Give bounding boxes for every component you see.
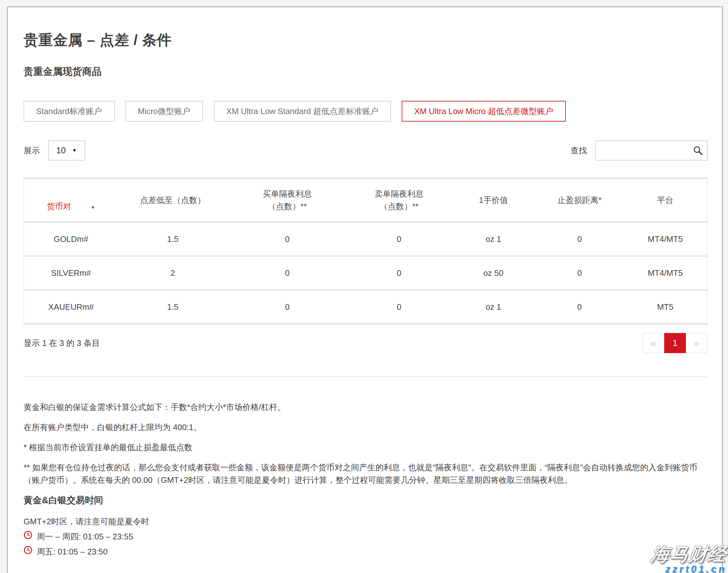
search-icon	[692, 145, 703, 157]
previous-page-button[interactable]: «	[642, 333, 664, 353]
column-header-stop-level[interactable]: 止盈损距离*	[536, 178, 623, 222]
table-row: XAUEURm# 1.5 0 0 oz 1 0 MT5	[24, 290, 708, 324]
column-header-spread[interactable]: 点差低至（点数）	[118, 178, 228, 222]
cell-swap-short: 0	[347, 290, 451, 324]
trading-hours-row: 周五: 01:05 – 23:50	[23, 545, 708, 558]
search-input[interactable]	[595, 141, 708, 161]
column-header-platform[interactable]: 平台	[623, 178, 708, 222]
cell-spread: 1.5	[118, 290, 228, 324]
account-type-tabs: Standard标准账户 Micro微型账户 XM Ultra Low Stan…	[23, 101, 708, 121]
cell-spread: 2	[118, 256, 228, 290]
page-title: 贵重金属 – 点差 / 条件	[23, 31, 708, 49]
cell-swap-long: 0	[228, 222, 347, 256]
cell-lot-value: oz 1	[451, 290, 536, 324]
watermark-brand: 海马财经	[650, 545, 728, 564]
column-header-lot-value[interactable]: 1手价值	[451, 178, 536, 222]
pagination-row: 显示 1 在 3 的 3 条目 « 1 »	[23, 333, 708, 353]
table-controls: 展示 10 ▼ 查找	[23, 141, 708, 161]
entries-summary: 显示 1 在 3 的 3 条目	[23, 338, 100, 349]
column-header-symbol[interactable]: 货币对 ▲	[24, 178, 118, 222]
watermark-url: zzrt01.cn	[651, 564, 727, 573]
swap-footnote: ** 如果您有仓位持仓过夜的话，那么您会支付或者获取一些金额，该金额便是两个货币…	[23, 461, 708, 486]
cell-swap-short: 0	[347, 222, 451, 256]
double-chevron-left-icon: «	[651, 337, 656, 349]
tab-ultra-low-micro-account[interactable]: XM Ultra Low Micro 超低点差微型账户	[402, 101, 566, 121]
tab-standard-account[interactable]: Standard标准账户	[23, 101, 115, 121]
trading-hours-row: 周一 – 周四: 01:05 – 23:55	[23, 530, 708, 543]
search-label: 查找	[571, 145, 587, 156]
table-header-row: 货币对 ▲ 点差低至（点数） 买单隔夜利息 （点数）** 卖单隔夜利息 （点数）…	[24, 178, 708, 222]
cell-lot-value: oz 1	[451, 222, 536, 256]
content-card: 贵重金属 – 点差 / 条件 贵重金属现货商品 Standard标准账户 Mic…	[7, 6, 723, 573]
leverage-note: 在所有账户类型中，白银的杠杆上限均为 400:1。	[23, 421, 708, 433]
tab-micro-account[interactable]: Micro微型账户	[126, 101, 203, 121]
page-size-select[interactable]: 10 ▼	[48, 141, 85, 161]
timezone-note: GMT+2时区，请注意可能是夏令时	[23, 515, 708, 528]
page-size-value: 10	[56, 146, 66, 156]
table-row: SILVERm# 2 0 0 oz 50 0 MT4/MT5	[24, 256, 708, 290]
trading-hours-text: 周一 – 周四: 01:05 – 23:55	[37, 530, 133, 543]
next-page-button[interactable]: »	[686, 333, 708, 353]
cell-lot-value: oz 50	[451, 256, 536, 290]
show-entries-label: 展示	[23, 145, 40, 156]
cell-symbol: GOLDm#	[24, 222, 118, 256]
cell-swap-long: 0	[228, 290, 347, 324]
cell-platform: MT4/MT5	[623, 222, 708, 256]
cell-symbol: SILVERm#	[24, 256, 118, 290]
column-header-swap-long[interactable]: 买单隔夜利息 （点数）**	[228, 178, 347, 222]
cell-spread: 1.5	[118, 222, 228, 256]
column-header-symbol-label: 货币对	[47, 200, 71, 213]
cell-platform: MT5	[623, 290, 708, 324]
stop-level-footnote: * 根据当前市价设置挂单的最低止损盈最低点数	[23, 441, 708, 454]
table-row: GOLDm# 1.5 0 0 oz 1 0 MT4/MT5	[24, 222, 708, 256]
cell-stop-level: 0	[536, 290, 623, 324]
cell-platform: MT4/MT5	[623, 256, 708, 290]
trading-hours-heading: 黄金&白银交易时间	[23, 494, 708, 506]
clock-icon	[23, 530, 32, 543]
clock-icon	[23, 545, 32, 558]
cell-swap-short: 0	[347, 256, 451, 290]
cell-symbol: XAUEURm#	[24, 290, 118, 324]
pager: « 1 »	[642, 333, 708, 353]
instruments-table: 货币对 ▲ 点差低至（点数） 买单隔夜利息 （点数）** 卖单隔夜利息 （点数）…	[23, 178, 708, 324]
cell-stop-level: 0	[536, 222, 623, 256]
page-1-button[interactable]: 1	[664, 333, 686, 353]
section-divider	[23, 376, 708, 377]
trading-hours-text: 周五: 01:05 – 23:50	[37, 545, 107, 558]
cell-stop-level: 0	[536, 256, 623, 290]
search-box	[595, 141, 708, 161]
page-subtitle: 贵重金属现货商品	[23, 66, 708, 77]
sort-ascending-icon: ▲	[91, 204, 95, 209]
double-chevron-right-icon: »	[694, 337, 699, 349]
cell-swap-long: 0	[228, 256, 347, 290]
tab-ultra-low-standard-account[interactable]: XM Ultra Low Standard 超低点差标准账户	[214, 101, 391, 121]
margin-formula-note: 黄金和白银的保证金需求计算公式如下：手数*合约大小*市场价格/杠杆。	[23, 401, 708, 413]
chevron-down-icon: ▼	[72, 148, 77, 153]
watermark: 海马财经 zzrt01.cn	[651, 545, 727, 573]
column-header-swap-short[interactable]: 卖单隔夜利息 （点数）**	[347, 178, 451, 222]
